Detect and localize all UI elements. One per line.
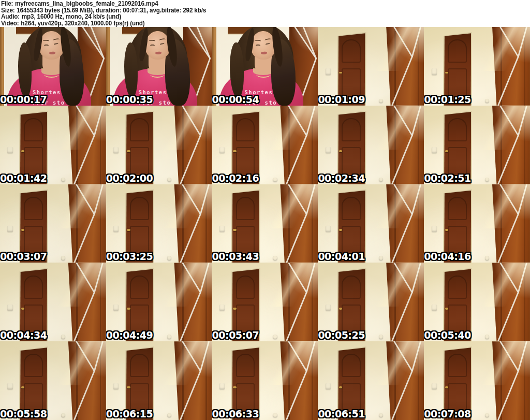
video-thumbnail: Shortest rror sto 00:05:07 bbox=[212, 263, 318, 341]
timestamp-overlay: 00:02:51 bbox=[424, 173, 471, 183]
timestamp-overlay: 00:02:00 bbox=[106, 173, 153, 183]
video-thumbnail: Shortest rror sto 00:03:07 bbox=[0, 184, 106, 263]
timestamp-overlay: 00:02:16 bbox=[212, 173, 259, 183]
eyebrow bbox=[149, 39, 155, 43]
timestamp-overlay: 00:06:51 bbox=[318, 409, 365, 419]
eye bbox=[44, 44, 49, 47]
video-thumbnail: Shortest rror sto 00:04:16 bbox=[424, 184, 530, 263]
video-label: Video: bbox=[1, 20, 19, 27]
timestamp-overlay: 00:04:34 bbox=[0, 330, 47, 340]
timestamp-overlay: 00:03:43 bbox=[212, 252, 259, 262]
timestamp-overlay: 00:05:07 bbox=[212, 330, 259, 340]
video-thumbnail: Shortest rror sto 00:06:33 bbox=[212, 341, 318, 420]
video-contact-sheet: File:myfreecams_lina_bigboobs_female_210… bbox=[0, 0, 530, 420]
timestamp-overlay: 00:03:25 bbox=[106, 252, 153, 262]
video-thumbnail: Shortest rror sto 00:06:51 bbox=[318, 341, 424, 420]
lips bbox=[261, 51, 268, 54]
timestamp-overlay: 00:03:07 bbox=[0, 252, 47, 262]
necklace bbox=[256, 70, 271, 77]
video-thumbnail: Shortest rror sto 00:01:09 bbox=[318, 27, 424, 106]
eye bbox=[256, 44, 261, 47]
timestamp-overlay: 00:01:42 bbox=[0, 173, 47, 183]
video-thumbnail: Shortest rror sto 00:06:15 bbox=[106, 341, 212, 420]
video-thumbnail: Shortest rror sto 00:05:58 bbox=[0, 341, 106, 420]
timestamp-overlay: 00:01:25 bbox=[424, 95, 471, 105]
necklace bbox=[44, 70, 59, 77]
timestamp-overlay: 00:04:01 bbox=[318, 252, 365, 262]
timestamp-overlay: 00:04:16 bbox=[424, 252, 471, 262]
video-thumbnail: Shortest rror sto 00:02:51 bbox=[424, 106, 530, 184]
video-thumbnail: Shortest rror sto 00:01:42 bbox=[0, 106, 106, 184]
video-thumbnail: Shortest rror sto 00:02:00 bbox=[106, 106, 212, 184]
eyebrow bbox=[52, 38, 60, 42]
file-info-line-video: Video:h264, yuv420p, 320x240, 1000.00 fp… bbox=[1, 20, 498, 27]
timestamp-overlay: 00:06:33 bbox=[212, 409, 259, 419]
video-thumbnail: Shortest rror sto 00:04:34 bbox=[0, 263, 106, 341]
video-thumbnail: Shortest rror sto 00:00:35 bbox=[106, 27, 212, 106]
timestamp-overlay: 00:00:54 bbox=[212, 95, 259, 105]
timestamp-overlay: 00:02:34 bbox=[318, 173, 365, 183]
eye bbox=[53, 42, 58, 46]
video-thumbnail: Shortest rror sto 00:03:25 bbox=[106, 184, 212, 263]
timestamp-overlay: 00:05:25 bbox=[318, 330, 365, 340]
timestamp-overlay: 00:01:09 bbox=[318, 95, 365, 105]
timestamp-overlay: 00:04:49 bbox=[106, 330, 153, 340]
eye bbox=[265, 42, 270, 46]
video-thumbnail: Shortest rror sto 00:04:01 bbox=[318, 184, 424, 263]
video-thumbnail: Shortest rror sto 00:02:16 bbox=[212, 106, 318, 184]
file-info-header: File:myfreecams_lina_bigboobs_female_210… bbox=[0, 0, 530, 27]
eyebrow bbox=[158, 38, 166, 42]
eye bbox=[159, 42, 165, 46]
eye bbox=[150, 44, 155, 47]
video-thumbnail: Shortest rror sto 00:05:25 bbox=[318, 263, 424, 341]
video-thumbnail: Shortest rror sto 00:03:43 bbox=[212, 184, 318, 263]
thumbnail-grid: Shortest rror sto 00:00:17 bbox=[0, 27, 530, 420]
video-thumbnail: Shortest rror sto 00:02:34 bbox=[318, 106, 424, 184]
eyebrow bbox=[264, 38, 272, 42]
eyebrow bbox=[42, 39, 49, 43]
video-thumbnail: Shortest rror sto 00:00:54 bbox=[212, 27, 318, 106]
video-thumbnail: Shortest rror sto 00:07:08 bbox=[424, 341, 530, 420]
timestamp-overlay: 00:05:40 bbox=[424, 330, 471, 340]
person-hair bbox=[230, 42, 244, 97]
timestamp-overlay: 00:07:08 bbox=[424, 409, 471, 419]
necklace bbox=[150, 70, 165, 77]
lips bbox=[155, 51, 161, 54]
video-thumbnail: Shortest rror sto 00:04:49 bbox=[106, 263, 212, 341]
video-thumbnail: Shortest rror sto 00:01:25 bbox=[424, 27, 530, 106]
video-thumbnail: Shortest rror sto 00:05:40 bbox=[424, 263, 530, 341]
timestamp-overlay: 00:05:58 bbox=[0, 409, 47, 419]
timestamp-overlay: 00:00:17 bbox=[0, 95, 47, 105]
video-thumbnail: Shortest rror sto 00:00:17 bbox=[0, 27, 106, 106]
eyebrow bbox=[255, 39, 261, 43]
timestamp-overlay: 00:00:35 bbox=[106, 95, 153, 105]
lips bbox=[49, 51, 55, 54]
video-value: h264, yuv420p, 320x240, 1000.00 fps(r) (… bbox=[21, 20, 144, 27]
timestamp-overlay: 00:06:15 bbox=[106, 409, 153, 419]
